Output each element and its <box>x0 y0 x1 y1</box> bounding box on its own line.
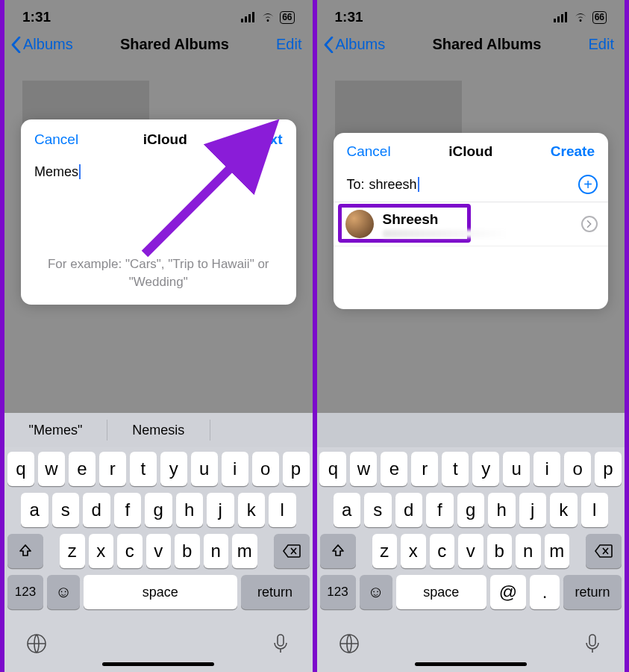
key-z[interactable]: z <box>60 534 85 568</box>
key-q[interactable]: q <box>7 452 34 486</box>
shift-key[interactable] <box>7 534 43 568</box>
disclosure-button[interactable] <box>581 216 598 232</box>
return-key[interactable]: return <box>563 575 622 609</box>
mic-icon[interactable] <box>269 632 292 655</box>
to-label: To: <box>347 177 365 193</box>
globe-icon[interactable] <box>338 632 360 655</box>
key-g[interactable]: g <box>145 493 172 527</box>
key-y[interactable]: y <box>160 452 187 486</box>
space-key[interactable]: space <box>84 575 237 609</box>
key-m[interactable]: m <box>545 534 570 568</box>
create-button[interactable]: Create <box>551 143 595 160</box>
key-c[interactable]: c <box>430 534 455 568</box>
back-button[interactable]: Albums <box>323 36 386 53</box>
new-album-sheet: Cancel iCloud Next Memes For example: "C… <box>21 119 296 305</box>
key-x[interactable]: x <box>401 534 426 568</box>
key-e[interactable]: e <box>381 452 407 486</box>
edit-button[interactable]: Edit <box>276 36 301 53</box>
key-l[interactable]: l <box>581 493 609 527</box>
backspace-key[interactable] <box>586 534 622 568</box>
contact-suggestion-row[interactable]: Shreesh <box>334 202 609 246</box>
key-g[interactable]: g <box>457 493 485 527</box>
key-i[interactable]: i <box>533 452 560 486</box>
key-f[interactable]: f <box>426 493 454 527</box>
key-d[interactable]: d <box>395 493 423 527</box>
key-b[interactable]: b <box>175 534 200 568</box>
svg-rect-3 <box>252 12 254 22</box>
key-r[interactable]: r <box>411 452 438 486</box>
key-c[interactable]: c <box>117 534 143 568</box>
next-button[interactable]: Next <box>251 131 282 148</box>
key-f[interactable]: f <box>114 493 142 527</box>
at-key[interactable]: @ <box>490 575 526 609</box>
key-b[interactable]: b <box>487 534 513 568</box>
key-u[interactable]: u <box>191 452 218 486</box>
key-y[interactable]: y <box>472 452 499 486</box>
key-o[interactable]: o <box>252 452 279 486</box>
key-h[interactable]: h <box>488 493 516 527</box>
key-a[interactable]: a <box>334 493 361 527</box>
key-p[interactable]: p <box>595 452 622 486</box>
key-w[interactable]: w <box>350 452 377 486</box>
key-l[interactable]: l <box>269 493 296 527</box>
album-name-input[interactable]: Memes <box>21 160 296 181</box>
key-z[interactable]: z <box>372 534 398 568</box>
key-r[interactable]: r <box>99 452 126 486</box>
key-v[interactable]: v <box>458 534 484 568</box>
key-e[interactable]: e <box>69 452 96 486</box>
globe-icon[interactable] <box>25 632 48 655</box>
key-k[interactable]: k <box>238 493 266 527</box>
shift-key[interactable] <box>320 534 356 568</box>
key-x[interactable]: x <box>89 534 114 568</box>
emoji-key[interactable]: ☺ <box>360 575 392 609</box>
numbers-key[interactable]: 123 <box>7 575 43 609</box>
cancel-button[interactable]: Cancel <box>34 131 78 148</box>
space-key[interactable]: space <box>396 575 487 609</box>
phone-right: 1:31 66 Albums Shared Albums Edit Cancel… <box>317 0 625 672</box>
key-p[interactable]: p <box>283 452 310 486</box>
key-t[interactable]: t <box>442 452 469 486</box>
sheet-title: iCloud <box>143 131 187 148</box>
key-j[interactable]: j <box>207 493 234 527</box>
key-o[interactable]: o <box>564 452 591 486</box>
keyboard-bottom-bar <box>4 619 313 661</box>
key-d[interactable]: d <box>83 493 110 527</box>
svg-rect-10 <box>565 12 567 22</box>
keyboard: qwertyuiop asdfghjkl zxcvbnm 123 ☺ space… <box>317 413 625 672</box>
back-button[interactable]: Albums <box>10 36 73 53</box>
key-n[interactable]: n <box>516 534 541 568</box>
numbers-key[interactable]: 123 <box>320 575 356 609</box>
key-u[interactable]: u <box>503 452 530 486</box>
key-n[interactable]: n <box>204 534 229 568</box>
key-v[interactable]: v <box>146 534 172 568</box>
edit-button[interactable]: Edit <box>589 36 614 53</box>
wifi-icon <box>260 12 275 22</box>
to-input[interactable]: shreesh <box>369 177 578 193</box>
suggestion[interactable]: Nemesis <box>107 413 210 447</box>
backspace-key[interactable] <box>274 534 310 568</box>
sheet-title: iCloud <box>448 143 492 160</box>
key-w[interactable]: w <box>38 452 65 486</box>
key-a[interactable]: a <box>21 493 48 527</box>
cancel-button[interactable]: Cancel <box>347 143 391 160</box>
key-h[interactable]: h <box>176 493 204 527</box>
status-time: 1:31 <box>22 9 51 25</box>
emoji-key[interactable]: ☺ <box>47 575 80 609</box>
text-cursor <box>418 177 419 192</box>
key-i[interactable]: i <box>222 452 248 486</box>
nav-bar: Albums Shared Albums Edit <box>317 28 625 62</box>
dot-key[interactable]: . <box>530 575 560 609</box>
key-t[interactable]: t <box>130 452 157 486</box>
mic-icon[interactable] <box>581 632 604 655</box>
add-contact-button[interactable]: + <box>578 175 598 194</box>
return-key[interactable]: return <box>241 575 310 609</box>
wifi-icon <box>573 12 588 22</box>
key-s[interactable]: s <box>364 493 392 527</box>
suggestion[interactable]: "Memes" <box>4 413 107 447</box>
key-s[interactable]: s <box>52 493 80 527</box>
key-q[interactable]: q <box>319 452 346 486</box>
key-j[interactable]: j <box>519 493 547 527</box>
key-k[interactable]: k <box>550 493 578 527</box>
key-m[interactable]: m <box>232 534 257 568</box>
suggestion-bar <box>317 413 625 447</box>
